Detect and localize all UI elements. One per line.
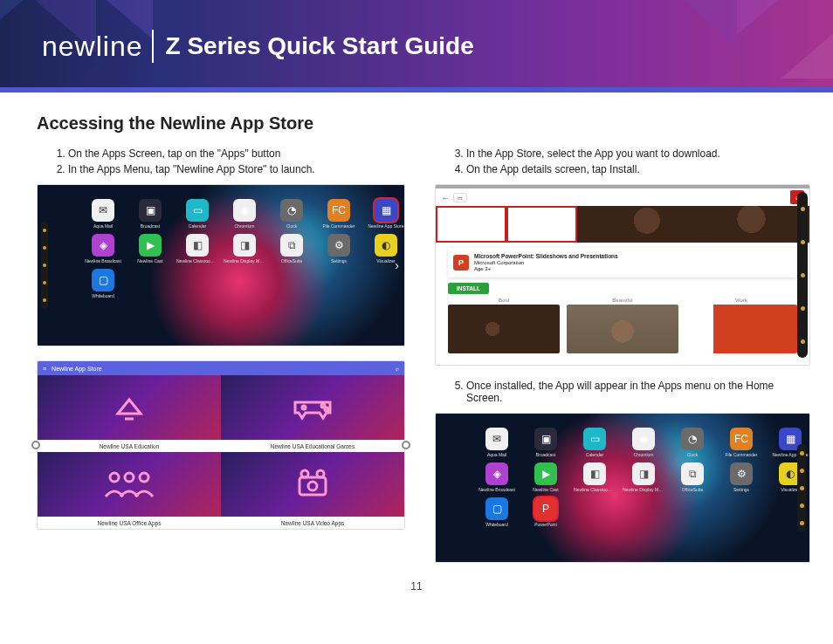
whiteboard-icon: ▢ xyxy=(92,269,114,291)
app-card: P Microsoft PowerPoint: Slideshows and P… xyxy=(448,248,797,277)
app-tile[interactable]: ▶Newline Cast xyxy=(132,234,169,264)
gallery-label: Work xyxy=(685,298,797,303)
header-divider xyxy=(152,30,154,63)
app-tile[interactable]: ✉Aqua Mail xyxy=(85,199,121,229)
app-tile[interactable]: ▢Whiteboard xyxy=(85,269,121,298)
broadcast-icon: ▣ xyxy=(139,199,162,222)
category-label: Newline USA Education xyxy=(38,440,221,452)
app-tile[interactable]: ▢Whiteboard xyxy=(478,497,516,527)
header-banner: newline Z Series Quick Start Guide xyxy=(0,0,833,92)
app-tile[interactable]: ◈Newline Broadcast xyxy=(478,462,516,492)
step-item: On the Apps Screen, tap on the "Apps" bu… xyxy=(68,147,405,160)
app-tile[interactable]: ▭Calendar xyxy=(575,428,614,457)
app-tile[interactable]: ◔Clock xyxy=(273,199,310,229)
steps-1: On the Apps Screen, tap on the "Apps" bu… xyxy=(68,147,405,175)
gallery-thumb[interactable] xyxy=(448,305,560,353)
app-tile[interactable]: ◨Newline Display Manager xyxy=(624,462,663,492)
document-title: Z Series Quick Start Guide xyxy=(166,32,474,60)
app-tile[interactable]: FCFile Commander xyxy=(320,199,357,229)
svg-point-8 xyxy=(317,470,324,477)
brand-logo: newline xyxy=(42,31,143,63)
clock-icon: ◔ xyxy=(681,428,704,450)
app-tile[interactable]: ⧉OfficeSuite xyxy=(273,234,310,264)
broadcast-icon: ▣ xyxy=(534,428,557,450)
classroom-icon: ◧ xyxy=(583,462,606,485)
breadcrumb-tab[interactable]: ▭ xyxy=(453,193,467,202)
search-icon[interactable]: ⌕ xyxy=(396,366,399,372)
right-column: In the App Store, select the App you wan… xyxy=(435,147,810,577)
gallery-label: Beautiful xyxy=(567,298,678,303)
header-underline xyxy=(0,87,833,92)
category-label: Newline USA Office Apps xyxy=(38,517,221,529)
app-age-rating: Age 3+ xyxy=(474,266,618,272)
app-tile[interactable]: ◔Clock xyxy=(673,428,712,457)
steps-2: In the App Store, select the App you wan… xyxy=(466,147,810,175)
app-tile[interactable]: ◉Chromium xyxy=(624,428,663,457)
side-toolbar[interactable] xyxy=(797,444,806,531)
resize-handle-left[interactable] xyxy=(31,441,40,449)
clock-icon: ◔ xyxy=(280,199,303,222)
category-tile[interactable]: Newline USA Video Apps xyxy=(221,452,404,529)
app-tile[interactable]: ▣Broadcast xyxy=(527,428,565,457)
app-publisher: Microsoft Corporation xyxy=(474,260,618,266)
appstore-header: ≡ Newline App Store ⌕ xyxy=(38,361,404,375)
app-tile[interactable]: ▭Calendar xyxy=(179,199,216,229)
category-label: Newline USA Video Apps xyxy=(221,517,404,529)
app-tile[interactable]: ▶Newline Cast xyxy=(527,462,565,492)
svg-point-4 xyxy=(125,473,134,482)
install-button[interactable]: INSTALL xyxy=(448,283,489,294)
step-item: In the App Store, select the App you wan… xyxy=(466,147,810,160)
displaymgr-icon: ◨ xyxy=(233,234,256,257)
step-item: On the App details screen, tap Install. xyxy=(466,163,810,175)
page-number: 11 xyxy=(37,580,796,593)
app-tile-highlight[interactable]: PPowerPoint xyxy=(527,497,565,527)
powerpoint-icon: P xyxy=(453,255,469,271)
expand-arrow-icon[interactable]: › xyxy=(395,258,399,272)
screenshot-apps-after-install: ✉Aqua Mail ▣Broadcast ▭Calendar ◉Chromiu… xyxy=(435,413,810,563)
app-tile[interactable]: ⚙Settings xyxy=(320,234,357,264)
gallery-thumb[interactable] xyxy=(685,305,797,353)
mail-icon: ✉ xyxy=(485,428,508,450)
svg-point-1 xyxy=(321,404,325,408)
svg-point-0 xyxy=(302,406,306,409)
svg-point-7 xyxy=(301,470,308,477)
displaymgr-icon: ◨ xyxy=(632,462,655,485)
gallery-thumb[interactable] xyxy=(567,305,678,353)
resize-handle-right[interactable] xyxy=(402,441,410,449)
svg-point-2 xyxy=(325,408,328,411)
app-tile-highlight[interactable]: ▦Newline App Store xyxy=(368,199,404,229)
calendar-icon: ▭ xyxy=(186,199,209,222)
visualizer-icon: ◐ xyxy=(375,234,397,257)
side-toolbar[interactable] xyxy=(41,222,48,309)
app-tile[interactable]: ✉Aqua Mail xyxy=(478,428,516,457)
menu-icon[interactable]: ≡ xyxy=(43,366,46,372)
broadcast2-icon: ◈ xyxy=(485,462,508,485)
cast-icon: ▶ xyxy=(139,234,162,257)
category-tile[interactable]: Newline USA Education xyxy=(38,375,221,452)
app-tile[interactable]: ◉Chromium xyxy=(226,199,263,229)
office-icon: ⧉ xyxy=(681,462,704,485)
chromium-icon: ◉ xyxy=(233,199,256,222)
filecommander-icon: FC xyxy=(327,199,350,222)
app-tile[interactable]: ◧Newline Classroom Tools xyxy=(179,234,216,264)
step-item: Once installed, the App will appear in t… xyxy=(466,380,810,404)
app-tile[interactable]: ⚙Settings xyxy=(722,462,761,492)
app-tile[interactable]: ◧Newline Classroom Tools xyxy=(575,462,614,492)
office-icon: ⧉ xyxy=(280,234,303,257)
app-tile[interactable]: ◨Newline Display Manager xyxy=(226,234,263,264)
section-title: Accessing the Newline App Store xyxy=(37,113,796,134)
app-tile[interactable]: ⧉OfficeSuite xyxy=(673,462,712,492)
side-toolbar[interactable] xyxy=(797,192,808,358)
svg-rect-6 xyxy=(299,477,326,495)
svg-point-9 xyxy=(308,482,317,490)
left-column: On the Apps Screen, tap on the "Apps" bu… xyxy=(37,147,405,577)
category-tile[interactable]: Newline USA Educational Games xyxy=(221,375,404,452)
app-tile[interactable]: FCFile Commander xyxy=(722,428,761,457)
svg-point-5 xyxy=(140,473,148,482)
back-arrow-icon[interactable]: ← xyxy=(441,193,450,202)
app-tile[interactable]: ▣Broadcast xyxy=(132,199,169,229)
cast-icon: ▶ xyxy=(534,462,557,485)
category-tile[interactable]: Newline USA Office Apps xyxy=(38,452,221,529)
gallery-label: Bold xyxy=(448,298,560,303)
app-tile[interactable]: ◈Newline Broadcast xyxy=(85,234,121,264)
